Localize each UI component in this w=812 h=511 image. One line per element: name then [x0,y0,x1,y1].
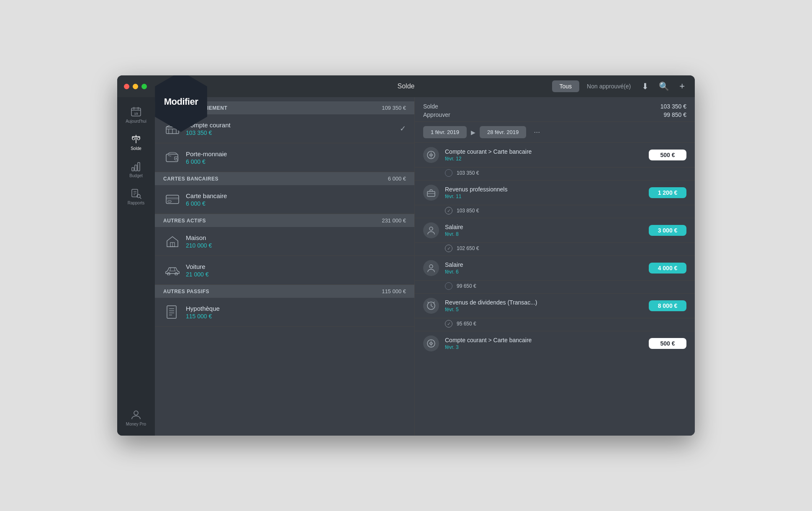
minimize-button[interactable] [133,84,138,89]
nonapprouve-button[interactable]: Non approuvé(e) [583,80,635,92]
trans-info-t5: Revenus de dividendes (Transac...) févr.… [445,299,643,312]
transaction-item-t6[interactable]: Compte courant > Carte bancaire févr. 3 … [415,331,695,356]
trans-name-t5: Revenus de dividendes (Transac...) [445,299,643,306]
add-button[interactable]: + [676,79,688,93]
trans-right-t3: 3 000 € [649,225,686,236]
svg-point-35 [175,273,177,275]
transaction-item-t2[interactable]: Revenus professionnels févr. 11 1 200 € [415,181,695,205]
sidebar-item-budget[interactable]: Budget [117,156,155,183]
account-name-porte-monnaie: Porte-monnaie [186,150,406,157]
balance-labels: Solde Approuver [423,103,450,118]
account-info-hypotheque: Hypothèque 115 000 € [186,305,406,320]
sidebar-item-solde[interactable]: Solde [117,129,155,156]
trans-right-t4: 4 000 € [649,263,686,274]
house-icon [163,232,182,250]
section-header-actifs: AUTRES ACTIFS 231 000 € [155,214,414,227]
balance-icon [131,134,141,145]
svg-point-8 [137,137,140,140]
trans-amount-t2: 1 200 € [649,187,686,198]
trans-balance-t1: 103 350 € [457,170,479,176]
svg-point-34 [167,273,170,275]
sidebar-rapports-label: Rapports [128,201,145,205]
account-info-compte-courant: Compte courant 103 350 € [186,121,400,136]
transactions-panel: Solde Approuver 103 350 € 99 850 € 1 fév… [414,97,695,436]
account-amount-voiture: 21 000 € [186,271,406,278]
trans-info-t4: Salaire févr. 6 [445,261,643,275]
transaction-item-t5[interactable]: Revenus de dividendes (Transac...) févr.… [415,294,695,318]
section-amount-actifs: 231 000 € [382,217,406,224]
download-button[interactable]: ⬇ [638,80,652,93]
svg-rect-11 [132,168,134,171]
download-icon: ⬇ [642,81,649,91]
card-icon [163,190,182,209]
trans-date-t1: févr. 12 [445,156,643,162]
trans-info-t1: Compte courant > Carte bancaire févr. 12 [445,148,643,162]
account-name-maison: Maison [186,234,406,241]
person-icon-t3 [423,222,439,238]
trans-sub-t2: ✓ 103 850 € [415,205,695,218]
trans-info-t2: Revenus professionnels févr. 11 [445,186,643,199]
trans-name-t3: Salaire [445,224,643,230]
trans-sub-t1: 103 350 € [415,168,695,181]
account-item-carte-bancaire[interactable]: Carte bancaire 6 000 € [155,185,414,214]
sidebar-item-today[interactable]: 15 Aujourd'hui [117,101,155,129]
date-more-button[interactable]: ··· [530,126,543,138]
account-info-carte-bancaire: Carte bancaire 6 000 € [186,192,406,207]
account-info-porte-monnaie: Porte-monnaie 6 000 € [186,150,406,165]
trans-name-t1: Compte courant > Carte bancaire [445,148,643,155]
svg-line-19 [140,197,141,199]
trans-name-t4: Salaire [445,261,643,268]
maximize-button[interactable] [141,84,147,89]
tous-button[interactable]: Tous [552,80,580,92]
titlebar-right: Tous Non approuvé(e) ⬇ 🔍 + [552,79,689,93]
trans-amount-t1: 500 € [649,150,686,160]
account-amount-porte-monnaie: 6 000 € [186,158,406,165]
svg-rect-46 [427,191,435,196]
titlebar: Modifier Solde Tous Non approuvé(e) ⬇ 🔍 … [117,75,695,97]
account-info-voiture: Voiture 21 000 € [186,263,406,278]
window-controls [124,84,147,89]
calendar-icon: 15 [131,106,141,117]
approve-label: Approuver [423,111,450,118]
transfer-icon [423,147,439,163]
date-start-button[interactable]: 1 févr. 2019 [423,126,467,138]
transaction-item-t4[interactable]: Salaire févr. 6 4 000 € [415,256,695,281]
account-item-voiture[interactable]: Voiture 21 000 € [155,256,414,285]
sidebar: 15 Aujourd'hui Solde [117,97,155,436]
search-button[interactable]: 🔍 [655,80,673,93]
account-name-compte-courant: Compte courant [186,121,400,129]
sidebar-item-money-pro[interactable]: Money Pro [117,404,155,431]
account-item-hypotheque[interactable]: Hypothèque 115 000 € [155,298,414,327]
wallet-icon [163,148,182,167]
sidebar-item-rapports[interactable]: Rapports [117,183,155,210]
trans-date-t4: févr. 6 [445,269,643,275]
section-header-passifs: AUTRES PASSIFS 115 000 € [155,285,414,298]
trans-right-t6: 500 € [649,338,686,349]
section-title-actifs: AUTRES ACTIFS [163,218,206,224]
account-item-porte-monnaie[interactable]: Porte-monnaie 6 000 € [155,143,414,172]
svg-text:15: 15 [134,112,138,116]
transaction-item-t3[interactable]: Salaire févr. 8 3 000 € [415,218,695,243]
sidebar-today-label: Aujourd'hui [126,119,146,124]
solde-label: Solde [423,103,450,110]
sidebar-moneypro-label: Money Pro [126,422,146,426]
account-amount-compte-courant: 103 350 € [186,129,400,136]
section-amount-passifs: 115 000 € [382,288,406,294]
trans-name-t2: Revenus professionnels [445,186,643,193]
trans-balance-t2: 103 850 € [457,208,479,214]
section-amount-comptes: 109 350 € [382,105,406,111]
solde-value: 103 350 € [660,103,686,110]
account-name-carte-bancaire: Carte bancaire [186,192,406,199]
svg-point-28 [176,158,177,159]
status-check-t5: ✓ [445,320,452,328]
sidebar-solde-label: Solde [131,146,141,151]
date-end-button[interactable]: 28 févr. 2019 [480,126,526,138]
trans-info-t6: Compte courant > Carte bancaire févr. 3 [445,337,643,350]
svg-point-20 [134,411,138,415]
trans-date-t5: févr. 5 [445,307,643,312]
trans-amount-t3: 3 000 € [649,225,686,236]
transaction-item-t1[interactable]: Compte courant > Carte bancaire févr. 12… [415,143,695,168]
account-item-maison[interactable]: Maison 210 000 € [155,227,414,256]
section-title-passifs: AUTRES PASSIFS [163,289,209,294]
close-button[interactable] [124,84,129,89]
